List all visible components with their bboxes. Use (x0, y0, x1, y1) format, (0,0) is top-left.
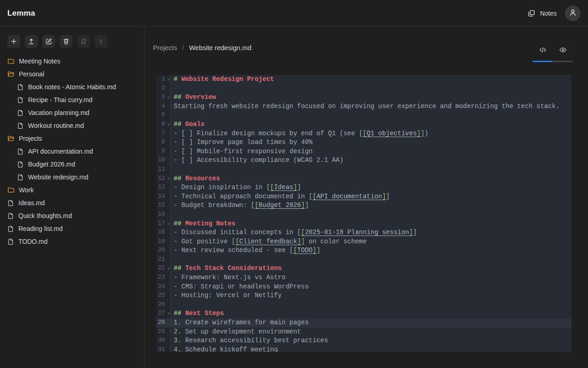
editor-line-content[interactable]: 3. Research accessibility best practices (170, 336, 571, 345)
tree-file-website-redesign-md[interactable]: Website redesign.md (0, 171, 144, 184)
editor-line-content[interactable]: - Design inspiration in [[Ideas]] (170, 183, 571, 192)
tree-file-workout-routine-md[interactable]: Workout routine.md (0, 119, 144, 132)
tab-source-view[interactable] (532, 44, 553, 57)
gutter-cell: 22∨ (156, 264, 170, 273)
editor-line-content[interactable]: - [ ] Improve page load times by 40% (170, 138, 571, 147)
code-token: [ (312, 193, 316, 200)
line-number: 22 (158, 264, 165, 273)
tree-file-todo-md[interactable]: TODO.md (0, 235, 144, 248)
editor-line-11: 11 (156, 165, 571, 174)
editor-line-content[interactable]: ## Tech Stack Considerations (170, 264, 571, 273)
editor-line-content[interactable]: ## Next Steps (170, 309, 571, 318)
code-token: Meeting Notes (185, 220, 235, 227)
tree-file-vacation-planning-md[interactable]: Vacation planning.md (0, 106, 144, 119)
editor-line-content[interactable] (170, 210, 571, 219)
editor-line-content[interactable]: - [ ] Finalize design mockups by end of … (170, 129, 571, 138)
fold-chevron-icon[interactable]: ∨ (168, 93, 170, 103)
gutter-cell: 6∨ (156, 120, 170, 129)
code-token: Website Redesign Project (181, 75, 274, 83)
editor-line-8: 8- [ ] Improve page load times by 40% (156, 138, 571, 147)
commit-icon (97, 38, 105, 45)
editor-line-content[interactable]: - CMS: Strapi or headless WordPress (170, 282, 571, 292)
fold-chevron-icon[interactable]: ∨ (168, 75, 170, 85)
tree-file-reading-list-md[interactable]: Reading list.md (0, 222, 144, 235)
editor-line-content[interactable]: ## Overview (170, 93, 571, 102)
editor-line-content[interactable]: - Discussed initial concepts in [[2025-0… (170, 228, 571, 237)
editor-line-content[interactable]: - [ ] Mobile-first responsive design (170, 147, 571, 156)
fold-chevron-icon[interactable]: ∨ (168, 175, 170, 184)
editor-line-content[interactable] (170, 255, 571, 264)
tree-folder-projects[interactable]: Projects (0, 132, 144, 145)
editor-line-content[interactable]: ## Meeting Notes (170, 219, 571, 229)
tree-item-label: Quick thoughts.md (18, 212, 72, 219)
editor-line-content[interactable]: # Website Redesign Project (170, 75, 571, 84)
editor-line-content[interactable]: 2. Set up development environment (170, 328, 571, 337)
gutter-cell: 28 (156, 318, 170, 328)
fold-chevron-icon[interactable]: ∨ (168, 310, 170, 319)
tree-file-budget-2026-md[interactable]: Budget 2026.md (0, 158, 144, 171)
line-number: 24 (158, 282, 165, 292)
editor-line-content[interactable]: - Technical approach documented in [[API… (170, 192, 571, 201)
code-token: - (174, 156, 181, 164)
edit-button[interactable] (42, 35, 55, 48)
editor-line-content[interactable]: Starting fresh website redesign focused … (170, 102, 571, 111)
gutter-cell: 19 (156, 237, 170, 247)
gutter-cell: 1∨ (156, 75, 170, 84)
code-token: Research accessibility best practices (185, 337, 328, 344)
fold-chevron-icon[interactable]: ∨ (168, 220, 170, 229)
line-number: 18 (158, 228, 165, 237)
gutter-cell: 2 (156, 84, 170, 93)
tree-item-label: Meeting Notes (19, 58, 60, 65)
code-token: ]) (421, 130, 429, 137)
tree-item-label: Workout routine.md (28, 122, 84, 129)
editor-line-content[interactable] (170, 300, 571, 310)
editor-line-content[interactable]: ## Resources (170, 174, 571, 184)
editor-line-content[interactable]: - [ ] Accessibility compliance (WCAG 2.1… (170, 156, 571, 165)
line-number: 30 (158, 336, 165, 345)
editor-line-content[interactable]: - Next review scheduled - see [[TODO]] (170, 246, 571, 255)
editor-line-content[interactable] (170, 84, 571, 93)
editor-line-content[interactable]: 1. Create wireframes for main pages (170, 318, 571, 328)
code-token: [ (254, 201, 258, 209)
tree-file-api-documentation-md[interactable]: API documentation.md (0, 145, 144, 158)
fold-chevron-icon[interactable]: ∨ (168, 264, 170, 274)
editor-line-content[interactable] (170, 111, 571, 120)
upload-button[interactable] (25, 35, 38, 48)
fold-chevron-icon[interactable]: ∨ (168, 121, 170, 130)
line-number: 2 (161, 84, 165, 93)
editor-line-content[interactable]: - Hosting: Vercel or Netlify (170, 291, 571, 300)
line-number: 9 (161, 147, 165, 156)
tree-file-book-notes-atomic-habits-md[interactable]: Book notes - Atomic Habits.md (0, 80, 144, 93)
new-note-button[interactable] (7, 35, 20, 48)
code-token: ] (317, 247, 320, 254)
code-token: [ ] Accessibility compliance (WCAG 2.1 A… (181, 156, 344, 164)
editor-line-content[interactable]: - Budget breakdown: [[Budget 2026]] (170, 201, 571, 210)
tree-item-label: Recipe - Thai curry.md (28, 96, 92, 104)
avatar[interactable] (565, 6, 581, 21)
breadcrumb-parent[interactable]: Projects (153, 44, 177, 52)
editor-line-content[interactable]: - Got positive [[Client feedback]] on co… (170, 237, 571, 247)
tree-file-ideas-md[interactable]: Ideas.md (0, 196, 144, 209)
markdown-editor[interactable]: 1∨# Website Redesign Project23∨## Overvi… (156, 75, 571, 352)
gutter-cell: 17∨ (156, 219, 170, 229)
delete-button[interactable] (60, 35, 73, 48)
editor-line-content[interactable]: - Framework: Next.js vs Astro (170, 273, 571, 282)
tree-folder-meeting-notes[interactable]: Meeting Notes (0, 55, 144, 68)
editor-line-content[interactable] (170, 165, 571, 174)
editor-line-content[interactable]: ## Goals (170, 120, 571, 129)
editor-line-12: 12∨## Resources (156, 174, 571, 184)
line-number: 17 (158, 219, 165, 229)
app-title: Lemma (7, 9, 35, 18)
tab-preview-view[interactable] (553, 44, 573, 57)
folder-open-icon (7, 135, 15, 142)
topbar: Lemma Notes (0, 0, 588, 27)
tree-folder-personal[interactable]: Personal (0, 68, 144, 80)
gutter-cell: 12∨ (156, 174, 170, 184)
notes-button[interactable]: Notes (527, 9, 557, 17)
editor-line-content[interactable]: 4. Schedule kickoff meeting (170, 345, 571, 352)
tree-file-recipe-thai-curry-md[interactable]: Recipe - Thai curry.md (0, 93, 144, 106)
tree-file-quick-thoughts-md[interactable]: Quick thoughts.md (0, 209, 144, 222)
tab-indicator-inactive (553, 61, 573, 62)
tree-folder-work[interactable]: Work (0, 184, 144, 196)
code-token: Next review scheduled - see [ (181, 247, 294, 254)
